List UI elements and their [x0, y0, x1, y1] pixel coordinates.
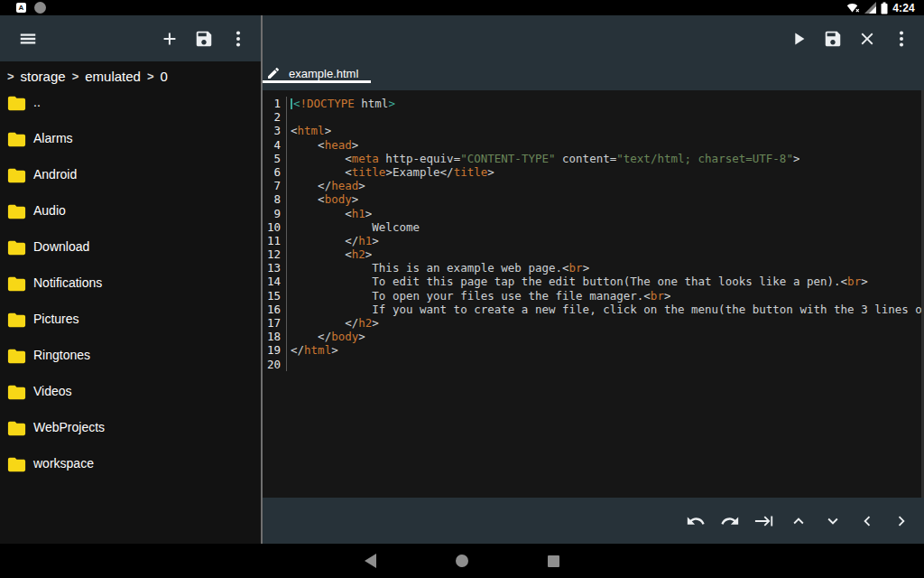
code-token: "text/html; charset=UTF-8"	[616, 152, 793, 165]
line-number: 1	[263, 97, 287, 110]
code-token: >	[365, 247, 373, 261]
save-document-button[interactable]	[823, 29, 843, 49]
undo-button[interactable]	[686, 511, 706, 531]
folder-item[interactable]: Android	[0, 163, 261, 199]
line-number: 12	[263, 247, 287, 261]
code-token: <	[291, 207, 352, 220]
wifi-off-icon	[846, 2, 860, 14]
code-token: <	[291, 165, 352, 179]
keyboard-tab-icon	[754, 511, 774, 531]
code-token: body	[325, 192, 352, 206]
recents-icon[interactable]	[548, 555, 559, 567]
save-icon	[194, 29, 214, 49]
line-number: 18	[263, 330, 287, 343]
chevron-right-icon	[892, 511, 911, 531]
move-up-button[interactable]	[789, 511, 808, 531]
breadcrumb-segment[interactable]: storage	[21, 69, 66, 84]
code-line-content: To open your files use the file manager.…	[287, 289, 670, 303]
line-number: 19	[263, 343, 287, 357]
redo-button[interactable]	[720, 511, 740, 531]
tab-example-html[interactable]: example.html	[263, 61, 371, 90]
code-line-content: </body>	[287, 330, 365, 343]
code-line[interactable]: 11 </h1>	[263, 234, 924, 247]
code-line[interactable]: 3<html>	[263, 124, 924, 137]
code-editor[interactable]: 1<!DOCTYPE html>23<html>4 <head>5 <meta …	[263, 90, 924, 498]
breadcrumb-segment[interactable]: 0	[161, 69, 168, 84]
code-line[interactable]: 1<!DOCTYPE html>	[263, 97, 924, 110]
line-number: 9	[263, 207, 287, 220]
code-line[interactable]: 14 To edit this page tap the edit button…	[263, 275, 924, 288]
folder-name: Download	[33, 239, 89, 254]
code-line[interactable]: 15 To open your files use the file manag…	[263, 289, 924, 303]
folder-item[interactable]: Alarms	[0, 126, 261, 163]
code-line-content: <head>	[287, 138, 358, 152]
code-token: <	[291, 192, 325, 206]
close-file-button[interactable]	[857, 29, 877, 49]
code-line[interactable]: 17 </h2>	[263, 316, 924, 330]
breadcrumb[interactable]: >storage>emulated>0	[0, 61, 261, 90]
code-line[interactable]: 18 </body>	[263, 330, 924, 343]
code-line[interactable]: 20	[263, 358, 924, 371]
code-line[interactable]: 12 <h2>	[263, 247, 924, 261]
code-line[interactable]: 2	[263, 110, 924, 124]
run-button[interactable]	[789, 29, 808, 49]
folder-item[interactable]: Videos	[0, 379, 261, 415]
code-line[interactable]: 10 Welcome	[263, 220, 924, 234]
code-line-content: <h1>	[287, 207, 372, 220]
folder-item[interactable]: Download	[0, 235, 261, 271]
code-token: html	[304, 343, 331, 357]
tab-indent-button[interactable]	[754, 511, 774, 531]
folder-item[interactable]: Audio	[0, 199, 261, 235]
folder-item[interactable]: workspace	[0, 452, 261, 488]
new-file-button[interactable]	[160, 29, 180, 49]
code-token: content=	[556, 152, 617, 165]
active-tab-underline	[263, 80, 371, 83]
code-token: h2	[358, 316, 372, 330]
folder-item[interactable]: Pictures	[0, 307, 261, 343]
line-number: 8	[263, 192, 287, 206]
code-line[interactable]: 6 <title>Example</title>	[263, 165, 924, 179]
line-number: 7	[263, 179, 287, 192]
code-line-content: <h2>	[287, 247, 372, 261]
move-right-button[interactable]	[892, 511, 911, 531]
code-line-content: <title>Example</title>	[287, 165, 494, 179]
file-overflow-menu-button[interactable]	[228, 29, 248, 49]
breadcrumb-separator: >	[147, 70, 154, 83]
folder-item[interactable]: Ringtones	[0, 343, 261, 379]
move-left-button[interactable]	[857, 511, 877, 531]
folder-name: ..	[33, 95, 41, 109]
code-token: >	[388, 97, 395, 110]
folder-item[interactable]: Notifications	[0, 271, 261, 307]
code-line[interactable]: 16 If you want to create a new file, cli…	[263, 303, 924, 316]
folder-icon	[5, 418, 29, 439]
line-number: 15	[263, 289, 287, 303]
code-token: >	[372, 234, 379, 247]
code-line[interactable]: 5 <meta http-equiv="CONTENT-TYPE" conten…	[263, 152, 924, 165]
code-token: </	[291, 179, 331, 192]
back-icon[interactable]	[365, 554, 376, 568]
menu-button[interactable]	[18, 29, 38, 49]
folder-icon	[5, 165, 29, 186]
save-file-button[interactable]	[194, 29, 214, 49]
code-line[interactable]: 9 <h1>	[263, 207, 924, 220]
folder-name: Pictures	[33, 312, 79, 326]
folder-item[interactable]: WebProjects	[0, 415, 261, 452]
code-token: >	[583, 261, 590, 275]
editor-overflow-menu-button[interactable]	[892, 29, 911, 49]
folder-item[interactable]: ..	[0, 90, 261, 126]
code-line[interactable]: 4 <head>	[263, 138, 924, 152]
editor-bottom-toolbar	[263, 498, 924, 544]
move-down-button[interactable]	[823, 511, 843, 531]
code-line[interactable]: 19</html>	[263, 343, 924, 357]
folder-name: WebProjects	[33, 420, 105, 434]
code-line-content: This is an example web page.<br>	[287, 261, 589, 275]
file-toolbar-actions	[142, 29, 248, 49]
breadcrumb-segment[interactable]: emulated	[85, 69, 141, 84]
home-icon[interactable]	[456, 555, 468, 567]
code-line[interactable]: 13 This is an example web page.<br>	[263, 261, 924, 275]
code-line-content: </html>	[287, 343, 338, 357]
line-number: 6	[263, 165, 287, 179]
code-line[interactable]: 7 </head>	[263, 179, 924, 192]
folder-name: workspace	[33, 456, 94, 471]
code-line[interactable]: 8 <body>	[263, 192, 924, 206]
